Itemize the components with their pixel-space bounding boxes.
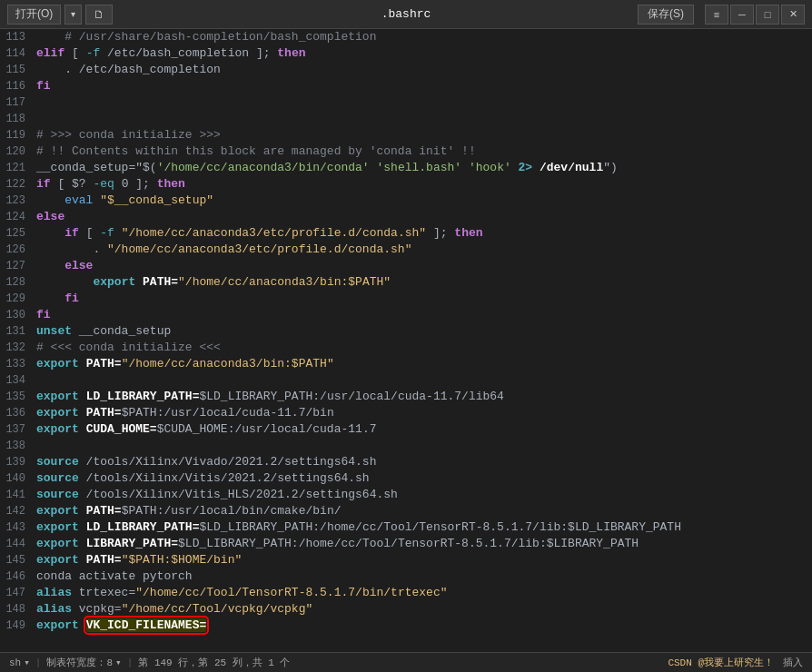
code-area[interactable]: 113 # /usr/share/bash-completion/bash_co… (0, 29, 812, 652)
new-file-button[interactable]: 🗋 (85, 5, 113, 25)
line-content[interactable]: export CUDA_HOME=$CUDA_HOME:/usr/local/c… (33, 421, 812, 438)
line-content[interactable]: export PATH=$PATH:/usr/local/cuda-11.7/b… (33, 405, 812, 421)
line-content[interactable]: export PATH="$PATH:$HOME/bin" (33, 552, 812, 568)
save-button[interactable]: 保存(S) (638, 5, 694, 25)
line-number: 129 (0, 291, 33, 307)
line-content[interactable]: export PATH="/home/cc/anaconda3/bin:$PAT… (33, 274, 812, 291)
line-content[interactable] (33, 438, 812, 454)
line-content[interactable]: unset __conda_setup (33, 323, 812, 340)
token-bold-white: PATH= (86, 504, 122, 518)
line-content[interactable] (33, 94, 812, 111)
token-plain (36, 193, 64, 207)
line-number: 115 (0, 62, 33, 78)
token-kw2: unset (36, 324, 72, 338)
token-kw2: source (36, 488, 79, 501)
line-content[interactable]: elif [ -f /etc/bash_completion ]; then (33, 45, 812, 62)
token-kw2: export (36, 357, 79, 371)
code-line-139: 139source /tools/Xilinx/Vivado/2021.2/se… (0, 454, 812, 470)
token-plain (79, 537, 86, 550)
token-kw2: alias (36, 586, 72, 599)
token-kw2: export (36, 618, 79, 632)
token-plain: /tools/Xilinx/Vitis_HLS/2021.2/settings6… (79, 488, 398, 501)
minimize-button[interactable]: ─ (730, 5, 754, 25)
code-line-130: 130fi (0, 307, 812, 323)
line-content[interactable]: eval "$__conda_setup" (33, 193, 812, 209)
line-content[interactable]: source /tools/Xilinx/Vivado/2021.2/setti… (33, 454, 812, 470)
line-number: 114 (0, 45, 33, 62)
line-content[interactable]: source /tools/Xilinx/Vitis_HLS/2021.2/se… (33, 487, 812, 503)
token-kw: if (64, 226, 79, 240)
code-line-114: 114elif [ -f /etc/bash_completion ]; the… (0, 45, 812, 62)
code-line-127: 127 else (0, 258, 812, 274)
line-content[interactable]: export LD_LIBRARY_PATH=$LD_LIBRARY_PATH:… (33, 519, 812, 536)
line-content[interactable]: # !! Contents within this block are mana… (33, 143, 812, 160)
line-number: 142 (0, 503, 33, 519)
line-content[interactable] (33, 372, 812, 389)
tab-width[interactable]: 制表符宽度：8 ▾ (46, 656, 121, 669)
token-str: 'shell.bash' (376, 161, 461, 174)
line-content[interactable]: # /usr/share/bash-completion/bash_comple… (33, 29, 812, 45)
token-kw2: export (36, 520, 79, 534)
token-cmd: eval (64, 193, 93, 207)
token-plain: $PATH:/usr/local/cuda-11.7/bin (122, 406, 334, 420)
open-button[interactable]: 打开(O) (7, 5, 61, 25)
line-content[interactable] (33, 111, 812, 127)
line-content[interactable]: fi (33, 307, 812, 323)
token-kw: elif (36, 46, 64, 60)
open-dropdown-button[interactable]: ▾ (64, 5, 82, 25)
position-label: 第 149 行，第 25 列，共 1 个 (138, 656, 290, 669)
line-content[interactable]: conda activate pytorch (33, 568, 812, 585)
line-number: 130 (0, 307, 33, 323)
token-plain: $CUDA_HOME:/usr/local/cuda-11.7 (157, 422, 377, 436)
line-content[interactable]: else (33, 209, 812, 225)
token-str2: "/home/cc/Tool/vcpkg/vcpkg" (122, 602, 313, 616)
token-kw: else (36, 210, 64, 223)
token-plain: [ $? (51, 177, 94, 191)
token-plain: /tools/Xilinx/Vitis/2021.2/settings64.sh (79, 471, 370, 485)
shell-indicator[interactable]: sh ▾ (9, 657, 30, 668)
line-content[interactable]: export PATH=$PATH:/usr/local/bin/cmake/b… (33, 503, 812, 519)
line-number: 143 (0, 519, 33, 536)
token-kw: then (157, 177, 185, 191)
sep1: | (35, 657, 42, 668)
line-content[interactable]: else (33, 258, 812, 274)
line-content[interactable]: # >>> conda initialize >>> (33, 127, 812, 143)
token-plain: $LD_LIBRARY_PATH:/home/cc/Tool/TensorRT-… (178, 537, 639, 550)
token-kw2: export (36, 504, 79, 518)
sep2: | (127, 657, 134, 668)
line-number: 136 (0, 405, 33, 421)
line-content[interactable]: export LIBRARY_PATH=$LD_LIBRARY_PATH:/ho… (33, 536, 812, 552)
line-content[interactable]: export VK_ICD_FILENAMES= (33, 618, 812, 634)
close-button[interactable]: ✕ (781, 5, 805, 25)
code-line-144: 144export LIBRARY_PATH=$LD_LIBRARY_PATH:… (0, 536, 812, 552)
line-content[interactable]: # <<< conda initialize <<< (33, 340, 812, 356)
token-plain (36, 292, 64, 305)
token-plain (36, 275, 93, 289)
token-plain (79, 406, 86, 420)
line-content[interactable]: alias vcpkg="/home/cc/Tool/vcpkg/vcpkg" (33, 601, 812, 618)
line-content[interactable]: export LD_LIBRARY_PATH=$LD_LIBRARY_PATH:… (33, 389, 812, 405)
code-line-129: 129 fi (0, 291, 812, 307)
line-content[interactable]: if [ $? -eq 0 ]; then (33, 176, 812, 193)
line-number: 124 (0, 209, 33, 225)
line-content[interactable]: . "/home/cc/anaconda3/etc/profile.d/cond… (33, 242, 812, 258)
line-content[interactable]: alias trtexec="/home/cc/Tool/TensorRT-8.… (33, 585, 812, 601)
statusbar: sh ▾ | 制表符宽度：8 ▾ | 第 149 行，第 25 列，共 1 个 … (0, 652, 812, 672)
token-kw2: alias (36, 602, 72, 616)
token-plain (461, 161, 469, 174)
line-number: 135 (0, 389, 33, 405)
line-content[interactable]: . /etc/bash_completion (33, 62, 812, 78)
line-content[interactable]: __conda_setup="$('/home/cc/anaconda3/bin… (33, 160, 812, 176)
line-content[interactable]: if [ -f "/home/cc/anaconda3/etc/profile.… (33, 225, 812, 242)
maximize-button[interactable]: □ (756, 5, 779, 25)
line-content[interactable]: source /tools/Xilinx/Vitis/2021.2/settin… (33, 470, 812, 487)
menu-button[interactable]: ≡ (705, 5, 728, 25)
token-comment: # <<< conda initialize <<< (36, 341, 221, 354)
line-content[interactable]: fi (33, 291, 812, 307)
token-comment: # /usr/share/bash-completion/bash_comple… (36, 30, 376, 44)
line-content[interactable]: export PATH="/home/cc/anaconda3/bin:$PAT… (33, 356, 812, 372)
token-str2: "/home/cc/anaconda3/bin:$PATH" (122, 357, 334, 371)
code-line-118: 118 (0, 111, 812, 127)
token-kw2: source (36, 471, 79, 485)
line-content[interactable]: fi (33, 78, 812, 94)
